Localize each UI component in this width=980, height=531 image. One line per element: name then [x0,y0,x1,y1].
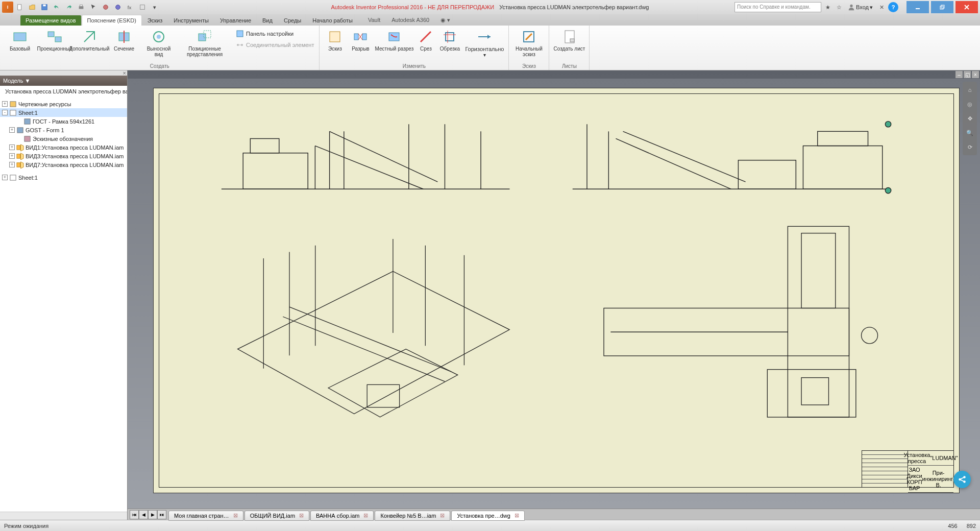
sketch-button[interactable]: Эскиз [323,27,347,54]
auxiliary-view-button[interactable]: Дополнительный [72,27,106,54]
qat-appearance-icon[interactable] [112,2,124,12]
qat-new-icon[interactable] [14,2,26,12]
ribbon-tab-view[interactable]: Вид [257,15,278,26]
favorite-icon[interactable]: ★ [823,3,832,12]
tab-close-icon[interactable]: ⊠ [299,512,304,519]
breakout-button[interactable]: Местный разрез [374,27,414,54]
tab-next-icon[interactable]: ▶ [148,510,157,519]
tab-first-icon[interactable]: ⏮ [130,510,139,519]
qat-dropdown-icon[interactable]: ▾ [149,2,160,12]
star2-icon[interactable]: ☆ [835,3,844,12]
svg-rect-84 [767,370,856,417]
tab-close-icon[interactable]: ⊠ [440,512,445,519]
exchange-icon[interactable]: ✕ [877,3,886,12]
tree-expand-icon[interactable]: + [9,127,15,133]
tree-item[interactable]: +ВИД7:Установка пресса LUDMAN.iam [0,160,127,169]
signin-button[interactable]: Вход ▾ [846,4,875,11]
browser-tree[interactable]: Установка пресса LUDMAN электротельфер в… [0,86,127,512]
app-icon[interactable]: I [2,2,13,13]
browser-title[interactable]: Модель ▼ [0,76,127,86]
tree-item[interactable]: Эскизные обозначения [0,134,127,143]
section-view-button[interactable]: Сечение [107,27,141,54]
crop-button[interactable]: Обрезка [437,27,462,54]
tree-item[interactable]: +GOST - Form 1 [0,126,127,134]
drawing-view-1[interactable] [207,110,524,196]
drawing-canvas[interactable]: ⌂ ◎ ✥ 🔍 ⟳ [128,79,980,509]
nav-zoom-icon[interactable]: 🔍 [964,127,976,139]
document-tab[interactable]: Установка пре…dwg⊠ [451,511,524,521]
drawing-view-iso[interactable] [191,220,556,440]
qat-material-icon[interactable] [100,2,111,12]
tree-item[interactable]: +ВИД3:Установка пресса LUDMAN.iam [0,152,127,160]
ribbon-tab-getstarted[interactable]: Начало работы [307,15,358,26]
ribbon-tab-manage[interactable]: Управление [215,15,256,26]
tree-expand-icon[interactable]: + [9,162,15,167]
doc-close-icon[interactable]: × [972,71,979,78]
qat-print-icon[interactable] [76,2,87,12]
tree-item[interactable]: Установка пресса LUDMAN электротельфер в… [0,87,127,95]
ribbon-tab-bullet[interactable]: ◉ ▾ [435,15,455,26]
overlay-view-button[interactable]: Позиционные представления [177,27,233,59]
sk-icon [23,135,31,142]
doc-minimize-icon[interactable]: – [955,71,963,78]
tab-prev-icon[interactable]: ◀ [139,510,148,519]
ribbon-tab-placeviews[interactable]: Размещение видов [20,15,81,26]
tab-close-icon[interactable]: ⊠ [363,512,368,519]
tree-item[interactable]: +Чертежные ресурсы [0,100,127,108]
ribbon-tab-sketch[interactable]: Эскиз [142,15,167,26]
qat-param-icon[interactable]: fx [125,2,136,12]
start-sketch-button[interactable]: Начальный эскиз [512,27,546,59]
nav-home-icon[interactable]: ⌂ [964,84,976,96]
tree-item[interactable]: -Sheet:1 [0,108,127,117]
drawing-view-3[interactable] [556,110,906,196]
tab-close-icon[interactable]: ⊠ [514,512,519,519]
qat-save-icon[interactable] [39,2,50,12]
tree-expand-icon[interactable]: + [2,101,8,107]
minimize-button[interactable] [906,1,929,13]
tree-expand-icon[interactable]: + [9,144,15,150]
base-view-button[interactable]: Базовый [3,27,37,54]
tree-expand-icon[interactable]: + [2,175,8,180]
slice-button[interactable]: Срез [415,27,436,54]
restore-button[interactable] [931,1,953,13]
help-icon[interactable]: ? [888,2,898,12]
tree-item[interactable]: +ВИД1:Установка пресса LUDMAN.iam [0,143,127,152]
nav-steering-icon[interactable]: ◎ [964,98,976,110]
ribbon-tab-tools[interactable]: Инструменты [168,15,214,26]
break-button[interactable]: Разрыв [348,27,373,54]
browser-hscroll[interactable] [0,512,127,520]
title-block[interactable]: Установка пресса"LUDMAN" ЗАО Дикси КОРП … [862,450,953,487]
document-tab[interactable]: ВАННА сбор.iam⊠ [310,511,374,521]
nav-pan-icon[interactable]: ✥ [964,112,976,125]
ribbon-tab-environments[interactable]: Среды [279,15,306,26]
tab-last-icon[interactable]: ⏭ [157,510,166,519]
tab-close-icon[interactable]: ⊠ [233,512,238,519]
qat-redo-icon[interactable] [63,2,75,12]
ribbon-tab-annotate[interactable]: Пояснение (ESKD) [82,15,141,26]
new-sheet-button[interactable]: Создать лист [552,27,586,54]
help-search-input[interactable]: Поиск по Справке и командам. [734,2,821,12]
document-tab[interactable]: Конвейер №5 В…iam⊠ [375,511,450,521]
ribbon-tab-vault[interactable]: Vault [363,15,385,26]
doc-restore-icon[interactable]: ◱ [964,71,971,78]
share-button[interactable] [953,471,971,488]
tree-expand-icon[interactable]: - [2,110,8,115]
nav-orbit-icon[interactable]: ⟳ [964,141,976,153]
detail-view-button[interactable]: Выносной вид [142,27,176,59]
svg-rect-0 [18,5,21,10]
qat-home-icon[interactable] [137,2,148,12]
document-tab[interactable]: ОБЩИЙ ВИД.iam⊠ [244,511,309,521]
tree-item[interactable]: ГОСТ - Рамка 594x1261 [0,117,127,126]
nailboard-button[interactable]: Панель настройки [234,29,316,39]
ribbon-tab-a360[interactable]: Autodesk A360 [386,15,434,26]
qat-select-icon[interactable] [88,2,99,12]
horizontal-button[interactable]: Горизонтально ▾ [463,27,505,60]
tree-expand-icon[interactable]: + [9,153,15,159]
projected-view-button[interactable]: Проекционный [38,27,71,54]
qat-open-icon[interactable] [27,2,38,12]
document-tab[interactable]: Моя главная стран…⊠ [168,511,243,521]
tree-item[interactable]: +Sheet:1 [0,173,127,182]
qat-undo-icon[interactable] [51,2,62,12]
drawing-view-plan[interactable] [572,220,922,424]
close-button[interactable] [955,1,978,13]
